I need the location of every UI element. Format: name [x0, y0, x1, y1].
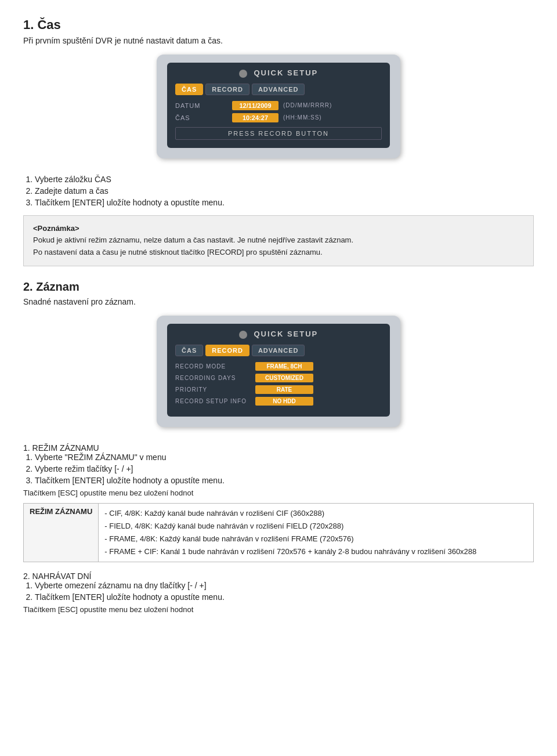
- rezim-step-1: Vyberte "REŽIM ZÁZNAMU" v menu: [35, 453, 534, 462]
- cas-note-line-2: Po nastavení data a času je nutné stiskn…: [33, 248, 323, 256]
- tab-advanced[interactable]: ADVANCED: [252, 84, 305, 95]
- cas-step-2: Zadejte datum a čas: [35, 186, 534, 196]
- dvr-rvalue-recordingdays: CUSTOMIZED: [255, 374, 313, 382]
- dvr-title-icon: [239, 70, 247, 78]
- subsection-nahravat-heading: 2. NAHRÁVAT DNÍ: [23, 571, 534, 581]
- dvr-row-datum: DATUM 12/11/2009 (DD/MM/RRRR): [175, 101, 382, 110]
- dvr-hint-datum: (DD/MM/RRRR): [283, 102, 332, 108]
- section-cas: 1. Čas Při prvním spuštění DVR je nutné …: [23, 17, 534, 266]
- dvr-title-cas: QUICK SETUP: [175, 68, 382, 78]
- subsection-rezim: 1. REŽIM ZÁZNAMU Vyberte "REŽIM ZÁZNAMU"…: [23, 443, 534, 562]
- cas-note-line-1: Pokud je aktivní režim záznamu, nelze da…: [33, 236, 353, 244]
- dvr-value-cas: 10:24:27: [232, 113, 278, 122]
- heading-zaznam: 2. Záznam: [23, 280, 534, 294]
- tab-advanced-2[interactable]: ADVANCED: [252, 345, 305, 356]
- dvr-rvalue-setupinfo: NO HDD: [255, 397, 313, 406]
- cas-step-1: Vyberte záložku ČAS: [35, 175, 534, 184]
- subsection-nahravat: 2. NAHRÁVAT DNÍ Vyberte omezení záznamu …: [23, 571, 534, 614]
- tab-cas-2[interactable]: ČAS: [175, 345, 203, 356]
- cas-steps-list: Vyberte záložku ČAS Zadejte datum a čas …: [23, 175, 534, 207]
- nahravat-step-1: Vyberte omezení záznamu na dny tlačítky …: [35, 581, 534, 590]
- zaznam-intro: Snadné nastavení pro záznam.: [23, 297, 534, 306]
- nahravat-step-2: Tlačítkem [ENTER] uložíte hodnoty a opus…: [35, 592, 534, 602]
- dvr-rlabel-priority: PRIORITY: [175, 386, 251, 393]
- subsection-rezim-heading: 1. REŽIM ZÁZNAMU: [23, 443, 534, 453]
- dvr-value-datum: 12/11/2009: [232, 101, 278, 110]
- cas-intro: Při prvním spuštění DVR je nutné nastavi…: [23, 36, 534, 45]
- dvr-press-text: PRESS RECORD BUTTON: [175, 127, 382, 140]
- cas-step-3: Tlačítkem [ENTER] uložíte hodnoty a opus…: [35, 198, 534, 207]
- table-row-rezim: REŽIM ZÁZNAMU - CIF, 4/8K: Každý kanál b…: [24, 503, 534, 562]
- dvr-screen-inner-zaznam: QUICK SETUP ČAS RECORD ADVANCED RECORD M…: [167, 324, 390, 417]
- dvr-screen-inner-cas: QUICK SETUP ČAS RECORD ADVANCED DATUM 12…: [167, 63, 390, 148]
- rezim-mode-table: REŽIM ZÁZNAMU - CIF, 4/8K: Každý kanál b…: [23, 503, 534, 562]
- dvr-tabs-cas: ČAS RECORD ADVANCED: [175, 84, 382, 95]
- tab-cas[interactable]: ČAS: [175, 84, 203, 95]
- nahravat-steps-list: Vyberte omezení záznamu na dny tlačítky …: [23, 581, 534, 602]
- dvr-rlabel-recordmode: RECORD MODE: [175, 363, 251, 370]
- section-zaznam: 2. Záznam Snadné nastavení pro záznam. Q…: [23, 280, 534, 614]
- dvr-rvalue-recordmode: FRAME, 8CH: [255, 362, 313, 371]
- dvr-screen-zaznam: QUICK SETUP ČAS RECORD ADVANCED RECORD M…: [157, 316, 400, 427]
- dvr-row-recordmode: RECORD MODE FRAME, 8CH: [175, 362, 382, 371]
- dvr-label-datum: DATUM: [175, 102, 227, 109]
- dvr-row-priority: PRIORITY RATE: [175, 385, 382, 394]
- table-values-rezim: - CIF, 4/8K: Každý kanál bude nahráván v…: [99, 503, 534, 562]
- dvr-title-icon-2: [239, 331, 247, 339]
- tab-record-2[interactable]: RECORD: [205, 345, 249, 356]
- dvr-row-recordingdays: RECORDING DAYS CUSTOMIZED: [175, 374, 382, 382]
- nahravat-esc-note: Tlačítkem [ESC] opustíte menu bez uložen…: [23, 605, 534, 614]
- rezim-step-3: Tlačítkem [ENTER] uložíte hodnoty a opus…: [35, 476, 534, 485]
- dvr-hint-cas: (HH:MM:SS): [283, 114, 322, 121]
- dvr-rvalue-priority: RATE: [255, 385, 313, 394]
- table-label-rezim: REŽIM ZÁZNAMU: [24, 503, 99, 562]
- dvr-rlabel-recordingdays: RECORDING DAYS: [175, 375, 251, 381]
- cas-note-title: <Poznámka>: [33, 224, 79, 233]
- dvr-tabs-zaznam: ČAS RECORD ADVANCED: [175, 345, 382, 356]
- dvr-screen-cas: QUICK SETUP ČAS RECORD ADVANCED DATUM 12…: [157, 55, 400, 158]
- dvr-row-setupinfo: RECORD SETUP INFO NO HDD: [175, 397, 382, 406]
- dvr-title-zaznam: QUICK SETUP: [175, 330, 382, 339]
- rezim-step-2: Vyberte režim tlačítky [- / +]: [35, 464, 534, 473]
- dvr-rlabel-setupinfo: RECORD SETUP INFO: [175, 398, 251, 404]
- heading-cas: 1. Čas: [23, 17, 534, 32]
- cas-note-box: <Poznámka> Pokud je aktivní režim záznam…: [23, 215, 534, 266]
- rezim-steps-list: Vyberte "REŽIM ZÁZNAMU" v menu Vyberte r…: [23, 453, 534, 485]
- tab-record[interactable]: RECORD: [205, 84, 249, 95]
- rezim-esc-note: Tlačítkem [ESC] opustíte menu bez uložen…: [23, 489, 534, 497]
- dvr-label-cas: ČAS: [175, 114, 227, 121]
- dvr-row-cas: ČAS 10:24:27 (HH:MM:SS): [175, 113, 382, 122]
